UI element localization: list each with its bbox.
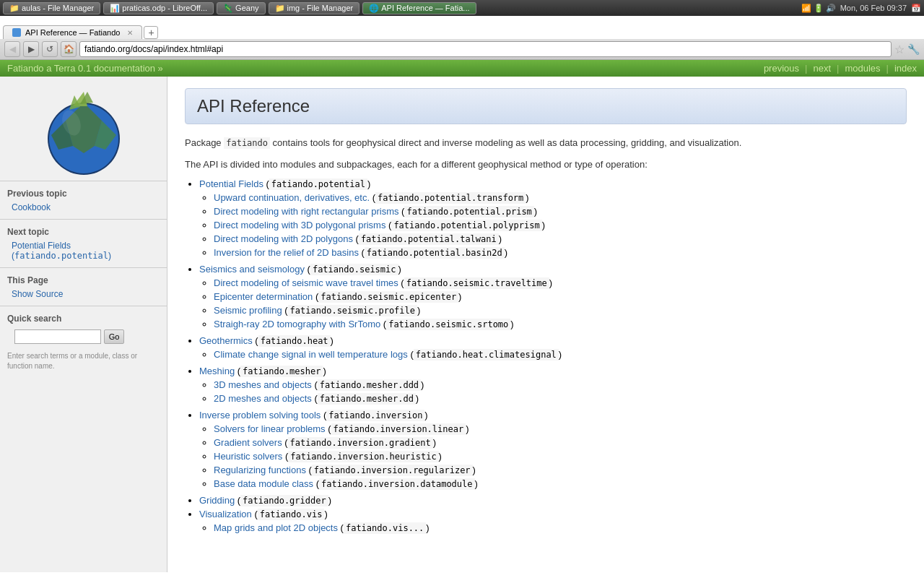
filemanager2-label: img - File Manager bbox=[287, 4, 354, 12]
taskbar-app-filemanager2[interactable]: 📁 img - File Manager bbox=[269, 2, 360, 14]
taskbar-app-browser[interactable]: 🌐 API Reference — Fatia... bbox=[362, 2, 476, 14]
geany-label: Geany bbox=[235, 4, 258, 12]
address-bar[interactable] bbox=[79, 41, 892, 57]
sidebar: Previous topic Cookbook Next topic Poten… bbox=[0, 77, 167, 572]
back-button[interactable]: ◀ bbox=[4, 41, 20, 57]
list-item-meshing: Meshing (fatiando.mesher) 3D meshes and … bbox=[199, 366, 907, 404]
epicenter-link[interactable]: Epicenter determination bbox=[214, 291, 313, 302]
libreoffice-label: praticas.odp - LibreOff... bbox=[122, 4, 207, 12]
list-item: Map grids and plot 2D objects (fatiando.… bbox=[214, 522, 907, 533]
this-page-heading: This Page bbox=[7, 272, 160, 287]
inversion-link[interactable]: Inverse problem solving tools bbox=[199, 410, 321, 420]
visualization-sublist: Map grids and plot 2D objects (fatiando.… bbox=[199, 522, 907, 533]
taskbar: 📁 aulas - File Manager 📊 praticas.odp - … bbox=[0, 0, 924, 16]
regularizing-link[interactable]: Regularizing functions bbox=[214, 465, 306, 475]
direct-modeling-talwani-link[interactable]: Direct modeling with 2D polygons bbox=[214, 233, 353, 244]
browser-tabs-bar: API Reference — Fatiando ✕ + bbox=[0, 16, 924, 39]
breadcrumb-modules-link[interactable]: modules bbox=[845, 63, 880, 74]
main-sections-list: Potential Fields (fatiando.potential) Up… bbox=[185, 178, 907, 533]
list-item: Gradient solvers (fatiando.inversion.gra… bbox=[214, 437, 907, 448]
list-item: Direct modeling of seismic wave travel t… bbox=[214, 277, 907, 288]
3d-meshes-link[interactable]: 3D meshes and objects bbox=[214, 379, 312, 390]
list-item: 2D meshes and objects (fatiando.mesher.d… bbox=[214, 393, 907, 404]
direct-modeling-polyprism-link[interactable]: Direct modeling with 3D polygonal prisms bbox=[214, 220, 385, 230]
2d-meshes-link[interactable]: 2D meshes and objects bbox=[214, 393, 312, 404]
list-item-inversion: Inverse problem solving tools (fatiando.… bbox=[199, 410, 907, 489]
taskbar-app-geany[interactable]: 🦎 Geany bbox=[217, 2, 265, 14]
reload-button[interactable]: ↺ bbox=[42, 41, 58, 57]
search-go-button[interactable]: Go bbox=[104, 329, 125, 344]
geany-icon: 🦎 bbox=[223, 4, 233, 13]
new-tab-button[interactable]: + bbox=[144, 26, 158, 39]
geothermics-link[interactable]: Geothermics bbox=[199, 335, 253, 346]
direct-modeling-traveltime-link[interactable]: Direct modeling of seismic wave travel t… bbox=[214, 277, 398, 288]
forward-button[interactable]: ▶ bbox=[23, 41, 39, 57]
breadcrumb-previous-link[interactable]: previous bbox=[764, 63, 799, 74]
heuristic-solvers-link[interactable]: Heuristic solvers bbox=[214, 451, 282, 462]
active-browser-tab[interactable]: API Reference — Fatiando ✕ bbox=[3, 25, 142, 39]
list-item: Inversion for the relief of 2D basins (f… bbox=[214, 247, 907, 258]
list-item: Seismic profiling (fatiando.seismic.prof… bbox=[214, 305, 907, 316]
breadcrumb-home[interactable]: Fatiando a Terra 0.1 documentation » bbox=[7, 63, 163, 74]
filemanager1-label: aulas - File Manager bbox=[22, 4, 94, 12]
sidebar-previous-topic-section: Previous topic Cookbook bbox=[0, 181, 167, 219]
content-area: Previous topic Cookbook Next topic Poten… bbox=[0, 77, 924, 572]
visualization-link[interactable]: Visualization bbox=[199, 509, 252, 519]
list-item: Solvers for linear problems (fatiando.in… bbox=[214, 423, 907, 434]
inversion-relief-link[interactable]: Inversion for the relief of 2D basins bbox=[214, 247, 359, 258]
tab-close-button[interactable]: ✕ bbox=[127, 29, 133, 37]
meshing-link[interactable]: Meshing bbox=[199, 366, 235, 376]
direct-modeling-prism-link[interactable]: Direct modeling with right rectangular p… bbox=[214, 206, 398, 217]
system-icons: 📶 🔋 🔊 bbox=[801, 4, 836, 13]
seismic-sublist: Direct modeling of seismic wave travel t… bbox=[199, 277, 907, 329]
seismics-link[interactable]: Seismics and seismology bbox=[199, 264, 305, 275]
list-item: Base data module class (fatiando.inversi… bbox=[214, 478, 907, 489]
inversion-sublist: Solvers for linear problems (fatiando.in… bbox=[199, 423, 907, 489]
linear-solvers-link[interactable]: Solvers for linear problems bbox=[214, 423, 326, 434]
seismic-profiling-link[interactable]: Seismic profiling bbox=[214, 305, 282, 316]
filemanager2-icon: 📁 bbox=[275, 4, 285, 13]
climate-change-link[interactable]: Climate change signal in well temperatur… bbox=[214, 349, 408, 360]
sidebar-this-page-section: This Page Show Source bbox=[0, 267, 167, 306]
upward-continuation-link[interactable]: Upward continuation, derivatives, etc. bbox=[214, 192, 370, 203]
sidebar-next-topic-section: Next topic Potential Fields (fatiando.po… bbox=[0, 219, 167, 267]
meshing-sublist: 3D meshes and objects (fatiando.mesher.d… bbox=[199, 379, 907, 404]
breadcrumb-home-link[interactable]: Fatiando a Terra 0.1 documentation » bbox=[7, 63, 163, 74]
gridding-link[interactable]: Gridding bbox=[199, 495, 235, 506]
datamodule-link[interactable]: Base data module class bbox=[214, 478, 313, 489]
list-item-visualization: Visualization (fatiando.vis) Map grids a… bbox=[199, 509, 907, 533]
taskbar-app-libreoffice[interactable]: 📊 praticas.odp - LibreOff... bbox=[103, 2, 214, 14]
breadcrumb-next-link[interactable]: next bbox=[813, 63, 831, 74]
list-item-gridding: Gridding (fatiando.gridder) bbox=[199, 495, 907, 506]
potential-sublist: Upward continuation, derivatives, etc. (… bbox=[199, 192, 907, 258]
gradient-solvers-link[interactable]: Gradient solvers bbox=[214, 437, 282, 448]
taskbar-apps: 📁 aulas - File Manager 📊 praticas.odp - … bbox=[3, 2, 798, 14]
taskbar-clock: 📶 🔋 🔊 Mon, 06 Feb 09:37 📅 bbox=[801, 4, 921, 13]
home-button[interactable]: 🏠 bbox=[61, 41, 77, 57]
srtomo-link[interactable]: Straigh-ray 2D tomography with SrTomo bbox=[214, 319, 380, 329]
sidebar-quick-search-section: Quick search Go Enter search terms or a … bbox=[0, 306, 167, 376]
wrench-menu-button[interactable]: 🔧 bbox=[907, 43, 920, 55]
previous-topic-link[interactable]: Cookbook bbox=[7, 200, 160, 215]
browser-label: API Reference — Fatia... bbox=[381, 4, 469, 12]
browser-icon: 🌐 bbox=[369, 4, 379, 13]
taskbar-app-filemanager1[interactable]: 📁 aulas - File Manager bbox=[3, 2, 100, 14]
breadcrumb-nav-links: previous | next | modules | index bbox=[764, 63, 917, 74]
map-grids-link[interactable]: Map grids and plot 2D objects bbox=[214, 522, 338, 533]
intro-paragraph-1: Package fatiando contains tools for geop… bbox=[185, 136, 907, 150]
search-box-container: Go bbox=[7, 325, 160, 348]
next-topic-link[interactable]: Potential Fields (fatiando.potential) bbox=[7, 238, 160, 263]
search-input[interactable] bbox=[14, 329, 101, 344]
globe-svg bbox=[44, 88, 123, 175]
list-item-seismic: Seismics and seismology (fatiando.seismi… bbox=[199, 264, 907, 329]
breadcrumb-index-link[interactable]: index bbox=[894, 63, 917, 74]
bookmark-star-button[interactable]: ☆ bbox=[894, 43, 905, 56]
quick-search-heading: Quick search bbox=[7, 311, 160, 325]
show-source-link[interactable]: Show Source bbox=[7, 287, 160, 301]
libreoffice-icon: 📊 bbox=[110, 4, 120, 13]
list-item: Direct modeling with right rectangular p… bbox=[214, 206, 907, 217]
potential-fields-link[interactable]: Potential Fields bbox=[199, 178, 263, 189]
browser-toolbar: ◀ ▶ ↺ 🏠 ☆ 🔧 bbox=[0, 39, 924, 60]
list-item-potential: Potential Fields (fatiando.potential) Up… bbox=[199, 178, 907, 258]
list-item: 3D meshes and objects (fatiando.mesher.d… bbox=[214, 379, 907, 390]
